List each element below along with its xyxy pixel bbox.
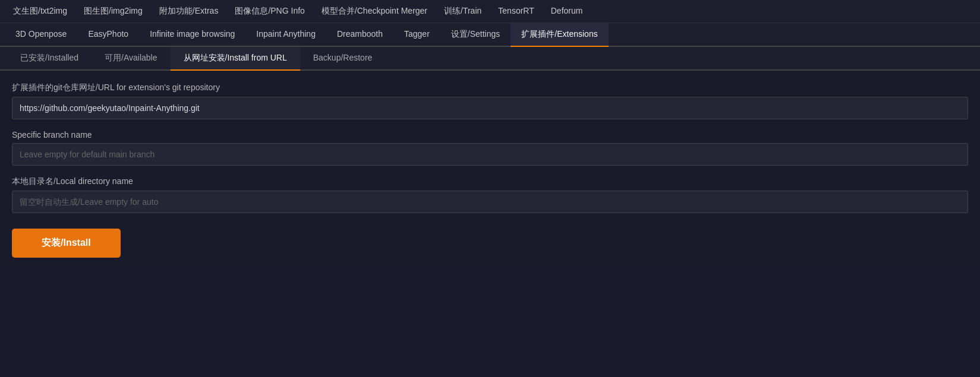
nav-easyphoto[interactable]: EasyPhoto xyxy=(77,23,139,46)
branch-field-group: Specific branch name xyxy=(12,130,968,166)
nav-txt2img[interactable]: 文生图/txt2img xyxy=(5,0,75,23)
branch-field-label: Specific branch name xyxy=(12,130,968,140)
nav-tensorrt[interactable]: TensorRT xyxy=(490,0,542,23)
nav-deforum[interactable]: Deforum xyxy=(543,0,591,23)
local-dir-input[interactable] xyxy=(12,191,968,213)
install-button[interactable]: 安装/Install xyxy=(12,229,121,258)
url-field-group: 扩展插件的git仓库网址/URL for extension's git rep… xyxy=(12,83,968,119)
tab-installed[interactable]: 已安装/Installed xyxy=(7,47,92,71)
nav-extras[interactable]: 附加功能/Extras xyxy=(151,0,227,23)
nav-checkpoint-merger[interactable]: 模型合并/Checkpoint Merger xyxy=(313,0,436,23)
nav-train[interactable]: 训练/Train xyxy=(436,0,490,23)
local-dir-field-label: 本地目录名/Local directory name xyxy=(12,176,968,187)
branch-input[interactable] xyxy=(12,143,968,166)
second-navigation: 3D Openpose EasyPhoto Infinite image bro… xyxy=(0,23,980,47)
url-input[interactable] xyxy=(12,97,968,119)
nav-extensions[interactable]: 扩展插件/Extensions xyxy=(511,23,608,47)
top-navigation: 文生图/txt2img 图生图/img2img 附加功能/Extras 图像信息… xyxy=(0,0,980,23)
tab-backup-restore[interactable]: Backup/Restore xyxy=(300,47,386,71)
nav-3d-openpose[interactable]: 3D Openpose xyxy=(5,23,77,46)
nav-tagger[interactable]: Tagger xyxy=(393,23,440,46)
tab-bar: 已安装/Installed 可用/Available 从网址安装/Install… xyxy=(0,47,980,71)
main-content: 扩展插件的git仓库网址/URL for extension's git rep… xyxy=(0,71,980,270)
nav-png-info[interactable]: 图像信息/PNG Info xyxy=(226,0,313,23)
url-field-label: 扩展插件的git仓库网址/URL for extension's git rep… xyxy=(12,83,968,93)
nav-dreambooth[interactable]: Dreambooth xyxy=(326,23,393,46)
tab-install-from-url[interactable]: 从网址安装/Install from URL xyxy=(171,47,300,71)
nav-inpaint-anything[interactable]: Inpaint Anything xyxy=(245,23,326,46)
nav-img2img[interactable]: 图生图/img2img xyxy=(75,0,151,23)
local-dir-field-group: 本地目录名/Local directory name xyxy=(12,176,968,213)
nav-settings[interactable]: 设置/Settings xyxy=(440,23,511,46)
tab-available[interactable]: 可用/Available xyxy=(92,47,170,71)
nav-infinite-image-browsing[interactable]: Infinite image browsing xyxy=(139,23,245,46)
